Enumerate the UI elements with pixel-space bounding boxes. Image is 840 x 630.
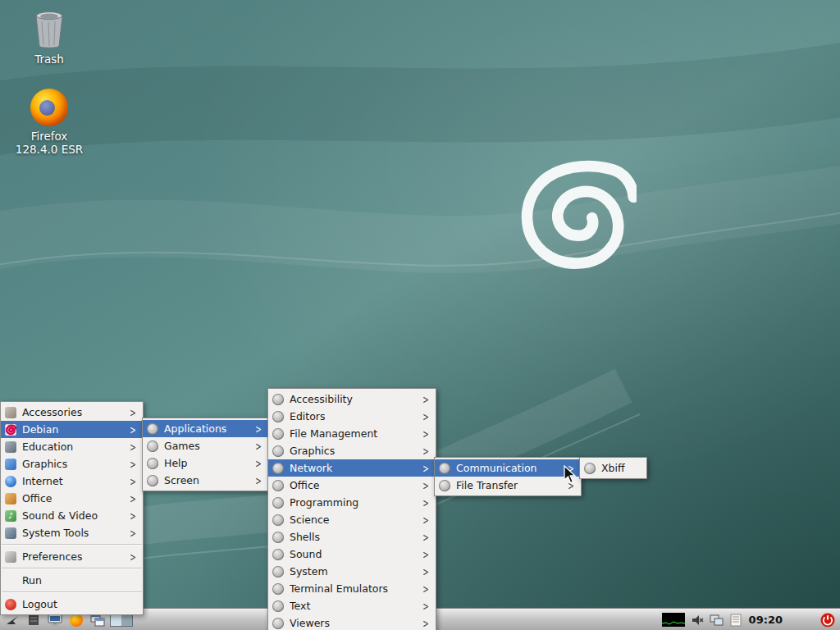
menu-item-label: System Tools <box>22 527 122 539</box>
menu-applications-submenu: Accessibility>Editors>File Management>Gr… <box>267 388 436 630</box>
menu-item-education[interactable]: Education> <box>1 438 143 455</box>
menu-item-label: Network <box>290 462 415 474</box>
menu-item-sound[interactable]: Sound> <box>268 546 436 563</box>
submenu-arrow-icon: > <box>130 550 136 564</box>
menu-item-accessibility[interactable]: Accessibility> <box>268 390 436 408</box>
menu-item-debian[interactable]: Debian> <box>1 421 143 438</box>
menu-item-sound-video[interactable]: ♪Sound & Video> <box>1 507 143 524</box>
menu-item-label: Education <box>22 441 122 453</box>
submenu-arrow-icon: > <box>422 582 429 596</box>
gear-icon <box>272 549 284 560</box>
menu-item-office[interactable]: Office> <box>1 490 143 507</box>
clock[interactable]: 09:20 <box>747 614 784 626</box>
pager-desktop-1[interactable] <box>111 614 121 626</box>
menu-item-label: File Management <box>290 427 415 440</box>
menu-item-label: Text <box>290 600 415 612</box>
submenu-arrow-icon: > <box>422 564 429 578</box>
office-icon <box>5 493 16 504</box>
gear-icon <box>272 566 284 578</box>
trash-label: Trash <box>7 52 92 66</box>
menu-item-logout[interactable]: Logout <box>1 596 143 613</box>
menu-item-text[interactable]: Text> <box>268 597 436 614</box>
menu-item-label: File Transfer <box>456 479 560 491</box>
menu-item-help[interactable]: Help> <box>143 454 268 472</box>
menu-debian-submenu: Applications>Games>Help>Screen> <box>142 418 269 491</box>
file-cabinet-icon <box>28 614 39 626</box>
submenu-arrow-icon: > <box>255 439 262 453</box>
menu-item-games[interactable]: Games> <box>143 437 268 454</box>
submenu-arrow-icon: > <box>130 457 136 471</box>
menu-item-viewers[interactable]: Viewers> <box>268 614 436 630</box>
menu-item-run[interactable]: Run <box>1 572 143 589</box>
menu-item-system-tools[interactable]: System Tools> <box>1 524 143 541</box>
gear-icon <box>272 394 284 405</box>
gear-icon <box>272 514 284 526</box>
menu-item-terminal-emulators[interactable]: Terminal Emulators> <box>268 580 436 597</box>
menu-item-screen[interactable]: Screen> <box>143 472 268 489</box>
firefox-icon <box>30 89 68 126</box>
menu-item-label: Screen <box>164 474 248 486</box>
menu-item-applications[interactable]: Applications> <box>143 420 268 437</box>
menu-item-label: Run <box>22 574 137 587</box>
menu-item-label: Programming <box>290 496 415 509</box>
gear-icon <box>272 600 284 612</box>
gear-icon <box>272 532 284 543</box>
menu-item-preferences[interactable]: Preferences> <box>1 548 143 565</box>
submenu-arrow-icon: > <box>422 599 429 613</box>
menu-item-network[interactable]: Network> <box>268 459 436 477</box>
taskbar-tray: 09:20 <box>662 613 840 628</box>
gear-icon <box>439 463 450 474</box>
menu-item-label: Logout <box>22 598 137 610</box>
volume-muted-icon[interactable] <box>691 614 704 627</box>
submenu-arrow-icon: > <box>255 456 262 470</box>
menu-item-science[interactable]: Science> <box>268 511 436 528</box>
menu-separator <box>2 544 142 546</box>
firefox-label-line1: Firefox <box>7 130 92 143</box>
menu-item-editors[interactable]: Editors> <box>268 408 436 425</box>
submenu-arrow-icon: > <box>130 422 136 436</box>
menu-item-label: System <box>290 565 415 578</box>
gear-icon <box>272 463 284 474</box>
submenu-arrow-icon: > <box>130 474 136 488</box>
submenu-arrow-icon: > <box>255 473 262 487</box>
gear-icon <box>272 480 284 491</box>
menu-item-label: Graphics <box>290 445 415 457</box>
firefox-desktop-icon[interactable]: Firefox 128.4.0 ESR <box>7 89 92 156</box>
gear-icon <box>272 583 284 595</box>
menu-item-file-management[interactable]: File Management> <box>268 425 436 442</box>
menu-communication-submenu: Xbiff <box>579 457 647 479</box>
submenu-arrow-icon: > <box>422 478 429 492</box>
gear-icon <box>272 428 284 440</box>
gear-icon <box>272 411 284 422</box>
menu-item-xbiff[interactable]: Xbiff <box>580 459 646 477</box>
menu-item-office[interactable]: Office> <box>268 477 436 494</box>
submenu-arrow-icon: > <box>568 478 574 492</box>
trash-desktop-icon[interactable]: Trash <box>7 10 92 66</box>
submenu-arrow-icon: > <box>130 440 136 454</box>
menu-item-label: Applications <box>164 422 248 435</box>
submenu-arrow-icon: > <box>422 444 429 458</box>
cpu-monitor[interactable] <box>662 613 685 627</box>
gear-icon <box>147 475 158 486</box>
menu-item-communication[interactable]: Communication> <box>435 459 581 477</box>
network-monitor-icon[interactable] <box>710 614 724 627</box>
menu-item-label: Office <box>290 479 415 491</box>
menu-item-graphics[interactable]: Graphics> <box>1 455 143 472</box>
menu-item-internet[interactable]: Internet> <box>1 472 143 490</box>
gear-icon <box>147 441 158 452</box>
firefox-label-line2: 128.4.0 ESR <box>7 143 92 156</box>
menu-item-label: Debian <box>22 423 122 436</box>
education-icon <box>5 441 16 453</box>
menu-item-shells[interactable]: Shells> <box>268 528 436 546</box>
clipboard-icon[interactable] <box>730 614 742 627</box>
menu-item-graphics[interactable]: Graphics> <box>268 442 436 459</box>
menu-item-file-transfer[interactable]: File Transfer> <box>435 477 581 494</box>
menu-item-system[interactable]: System> <box>268 563 436 580</box>
power-button[interactable] <box>820 613 835 628</box>
menu-item-accessories[interactable]: Accessories> <box>1 404 143 421</box>
internet-icon <box>5 476 16 487</box>
menu-item-programming[interactable]: Programming> <box>268 494 436 511</box>
menu-network-submenu: Communication>File Transfer> <box>434 457 582 496</box>
pager-desktop-2[interactable] <box>121 614 132 626</box>
menu-item-label: Internet <box>22 475 122 487</box>
